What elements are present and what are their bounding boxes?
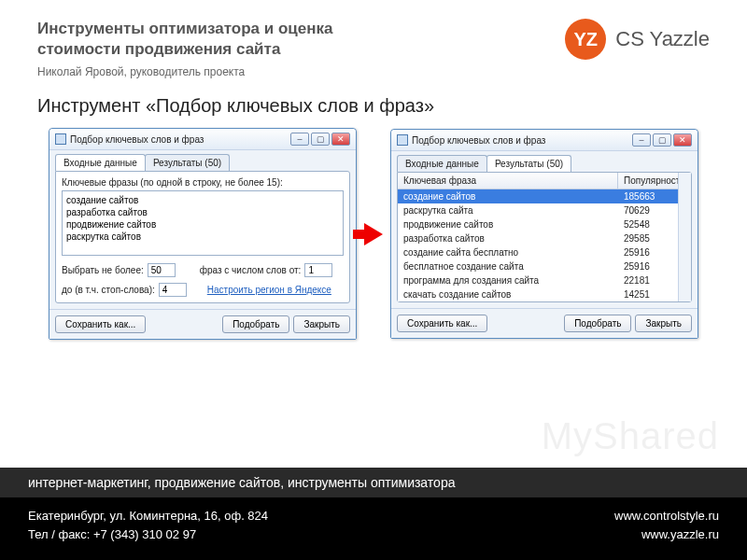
words-from-label: фраз с числом слов от:: [200, 265, 302, 275]
keywords-textarea[interactable]: [62, 190, 344, 256]
words-from-input[interactable]: [304, 263, 332, 277]
maximize-button[interactable]: ▢: [311, 133, 330, 146]
dialog-results: Подбор ключевых слов и фраз – ▢ ✕ Входны…: [390, 129, 698, 339]
footer-address: Екатеринбург, ул. Коминтерна, 16, оф. 82…: [28, 507, 268, 525]
results-header: Ключевая фраза Популярность: [398, 173, 691, 189]
words-to-input[interactable]: [159, 283, 187, 297]
words-to-label: до (в т.ч. стоп-слова):: [62, 285, 155, 295]
header-title: Инструменты оптимизатора и оценка стоимо…: [37, 19, 565, 60]
tab-results[interactable]: Результаты (50): [145, 154, 230, 171]
watermark: MyShared: [542, 415, 719, 457]
pick-button[interactable]: Подобрать: [222, 315, 289, 333]
titlebar: Подбор ключевых слов и фраз – ▢ ✕: [49, 129, 356, 150]
close-button[interactable]: ✕: [331, 133, 350, 146]
footer: интернет-маркетинг, продвижение сайтов, …: [0, 468, 747, 560]
save-as-button[interactable]: Сохранить как...: [55, 315, 146, 333]
slide-header: Инструменты оптимизатора и оценка стоимо…: [0, 0, 747, 88]
save-as-button[interactable]: Сохранить как...: [397, 315, 487, 332]
keywords-label: Ключевые фразы (по одной в строку, не бо…: [62, 177, 344, 188]
footer-url2: www.yazzle.ru: [614, 525, 719, 544]
close-dialog-button[interactable]: Закрыть: [293, 315, 350, 333]
footer-phone: Тел / факс: +7 (343) 310 02 97: [28, 525, 268, 544]
region-link[interactable]: Настроить регион в Яндексе: [207, 285, 331, 295]
scrollbar[interactable]: [678, 173, 691, 301]
arrow-icon: [364, 223, 383, 245]
select-max-input[interactable]: [148, 263, 176, 277]
minimize-button[interactable]: –: [632, 133, 651, 147]
col-phrase[interactable]: Ключевая фраза: [398, 173, 618, 189]
table-row[interactable]: программа для создания сайта22181: [398, 273, 691, 287]
app-icon: [397, 134, 408, 146]
footer-tagline: интернет-маркетинг, продвижение сайтов, …: [0, 468, 747, 497]
tab-results[interactable]: Результаты (50): [486, 155, 571, 172]
close-dialog-button[interactable]: Закрыть: [635, 315, 692, 332]
window-title: Подбор ключевых слов и фраз: [70, 134, 204, 145]
table-row[interactable]: раскрутка сайта70629: [398, 203, 691, 217]
logo: YZ CS Yazzle: [565, 19, 710, 60]
pick-button[interactable]: Подобрать: [564, 315, 631, 332]
minimize-button[interactable]: –: [290, 133, 309, 146]
dialog-input: Подбор ключевых слов и фраз – ▢ ✕ Входны…: [49, 128, 357, 340]
close-button[interactable]: ✕: [673, 133, 692, 147]
table-row[interactable]: бесплатное создание сайта25916: [398, 259, 691, 273]
section-title: Инструмент «Подбор ключевых слов и фраз»: [0, 88, 747, 128]
tab-input-data[interactable]: Входные данные: [55, 154, 146, 171]
select-max-label: Выбрать не более:: [62, 265, 144, 275]
table-row[interactable]: создание сайтов185663: [398, 189, 691, 203]
logo-text: CS Yazzle: [615, 27, 710, 51]
logo-badge-icon: YZ: [565, 19, 606, 60]
app-icon: [55, 133, 66, 145]
results-grid[interactable]: создание сайтов185663раскрутка сайта7062…: [398, 189, 691, 301]
table-row[interactable]: разработка сайтов29585: [398, 231, 691, 245]
table-row[interactable]: продвижение сайтов52548: [398, 217, 691, 231]
titlebar: Подбор ключевых слов и фраз – ▢ ✕: [391, 130, 698, 151]
tab-input-data[interactable]: Входные данные: [397, 155, 487, 172]
header-subtitle: Николай Яровой, руководитель проекта: [37, 65, 565, 78]
table-row[interactable]: создание сайта бесплатно25916: [398, 245, 691, 259]
window-title: Подбор ключевых слов и фраз: [412, 135, 545, 146]
table-row[interactable]: скачать создание сайтов14251: [398, 287, 691, 301]
footer-url1: www.controlstyle.ru: [614, 507, 719, 525]
maximize-button[interactable]: ▢: [653, 133, 671, 147]
